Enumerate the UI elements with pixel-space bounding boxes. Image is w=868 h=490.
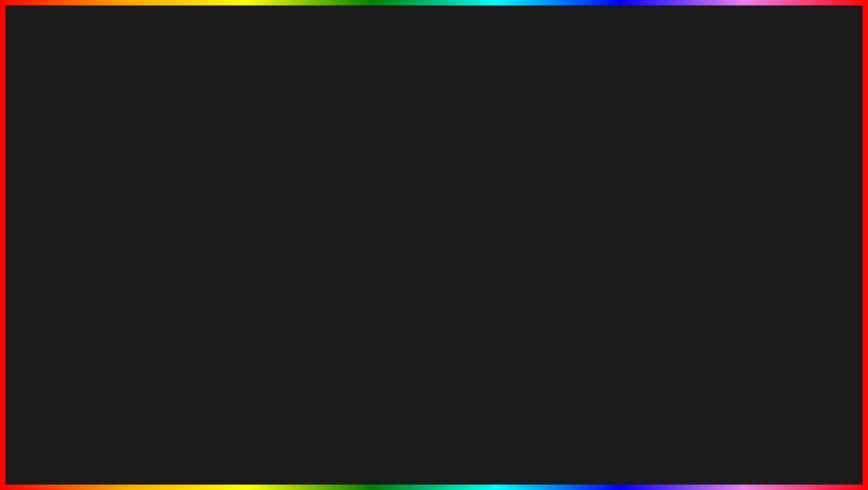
left-sidebar: Main Roles Player Abuse bbox=[44, 140, 72, 284]
knife-decoration bbox=[535, 271, 625, 361]
player-text-dot[interactable] bbox=[505, 183, 510, 189]
godmode-toggle[interactable] bbox=[160, 200, 176, 208]
godmode-item[interactable]: Godmode bbox=[133, 197, 180, 210]
left-gui-window: Kidachi V2 | discord.gg/4YSVKEem6U | Mur… bbox=[43, 120, 169, 285]
auto-grab-gun-item[interactable]: Auto Grab Gun bbox=[519, 159, 585, 170]
shoot-murderer-item[interactable]: Shoot Murderer bbox=[519, 210, 585, 221]
invisible-button[interactable]: Invisible bbox=[182, 246, 272, 261]
bottom-summer: SUMMER bbox=[126, 436, 306, 482]
misc-header: Misc ∧ bbox=[74, 142, 129, 151]
svg-point-2 bbox=[416, 227, 425, 236]
ball-farm-dot[interactable] bbox=[265, 234, 270, 239]
player-text-item[interactable]: Player Text bbox=[448, 181, 514, 192]
sheriff-header: Sheriff ∧ bbox=[519, 196, 585, 208]
right-gui-buttons: — ✕ bbox=[567, 132, 583, 138]
speed-slider[interactable] bbox=[140, 193, 173, 196]
murderer-stuff-item[interactable]: Murderer Stuff bbox=[74, 204, 129, 214]
gun-status-dot[interactable] bbox=[576, 173, 581, 178]
misc-column: Misc ∧ Functions: Firetouchinterest = ✗ … bbox=[72, 140, 131, 284]
minimize-button[interactable]: — bbox=[147, 127, 153, 134]
right-minimize-button[interactable]: — bbox=[567, 132, 573, 138]
settings-label: Settings: bbox=[133, 151, 180, 160]
farm-header: Farm ∧ bbox=[133, 142, 180, 151]
firetouchinterest-item[interactable]: Firetouchinterest = ✗ bbox=[74, 160, 129, 178]
enable-esp-dot[interactable] bbox=[505, 162, 510, 167]
sidebar-item-roles[interactable]: Roles bbox=[44, 156, 72, 168]
speed-label: Speed bbox=[137, 185, 152, 191]
title-2: 2 bbox=[800, 9, 832, 76]
mm2-title: MM2 bbox=[183, 205, 196, 212]
speed-value: 25 bbox=[170, 185, 176, 191]
esp-column: ESP ∧ Enable Esp Player Tracers Player T… bbox=[445, 142, 517, 267]
bottom-script: SCRIPT bbox=[378, 436, 526, 482]
left-gui-titlebar: Kidachi V2 | discord.gg/4YSVKEem6U | Mur… bbox=[44, 121, 168, 140]
title-murder: MURDER bbox=[22, 9, 290, 76]
mm2-close[interactable]: - bbox=[269, 205, 271, 212]
anti-afk-button[interactable]: Anti AFK bbox=[182, 263, 272, 277]
changelogs-label: Changelogs: bbox=[74, 195, 129, 204]
left-gui-buttons: — ✕ bbox=[147, 127, 163, 134]
player-boxes-dot[interactable] bbox=[505, 194, 510, 200]
player-tracers-item[interactable]: Player Tracers bbox=[448, 170, 514, 181]
beach-ball-decoration bbox=[381, 215, 449, 282]
close-button[interactable]: ✕ bbox=[157, 127, 163, 134]
event-text: EVENT bbox=[398, 297, 434, 308]
speed-slider-fill bbox=[140, 193, 153, 196]
right-sidebar-main[interactable]: Main bbox=[400, 143, 445, 157]
mm2-footer-text: YT: Tora IsMe bbox=[184, 282, 217, 289]
right-gui-title: Kidachi V2 | discord.gg/4YSVKEem6U | Mur… bbox=[405, 132, 545, 138]
player-tracers-dot[interactable] bbox=[505, 173, 510, 178]
innocent-header: Innocent ∧ bbox=[519, 144, 585, 156]
troll-stuff-item[interactable]: Troll Stuff bbox=[74, 214, 129, 225]
beach-ball-item[interactable]: Beach Ball - bbox=[179, 214, 276, 229]
bottom-upd: UPD bbox=[22, 436, 108, 482]
bottom-pastebin: PASTEBIN bbox=[562, 436, 764, 482]
ui-label: UI: mrpectable bbox=[74, 254, 129, 263]
right-sidebar-roles[interactable]: Roles bbox=[402, 159, 443, 169]
type-of-coin-label: Type of Coin: bbox=[136, 162, 178, 170]
murderer-header: Murderer ∧ bbox=[519, 225, 585, 237]
grab-gun-item[interactable]: Grab Gun bbox=[519, 181, 585, 192]
title-mystery: MYSTERY bbox=[261, 9, 555, 76]
farm-column: Farm ∧ Settings: Type of Coin: ▾ Speed 2… bbox=[131, 140, 182, 284]
functions-label: Functions: bbox=[74, 151, 129, 160]
kill-all-item[interactable]: Kill All bbox=[519, 240, 585, 251]
coin-type-select[interactable]: ▾ bbox=[136, 170, 178, 181]
right-sidebar-player-abuse[interactable]: Player Abuse bbox=[400, 171, 445, 185]
esp-header: ESP ∧ bbox=[448, 144, 514, 156]
grab-gun-dot[interactable] bbox=[576, 183, 581, 189]
mm2-footer: YT: Tora IsMe v bbox=[179, 279, 276, 291]
player-boxes-item[interactable]: Player Boxes bbox=[448, 192, 514, 202]
event-badge: EVENT bbox=[391, 278, 441, 327]
innocent-column: Innocent ∧ Auto Grab Gun Gun Status Grab… bbox=[517, 142, 588, 267]
enable-esp-item[interactable]: Enable Esp bbox=[448, 159, 514, 170]
credits-label: Credits: bbox=[74, 236, 129, 245]
sidebar-item-player-abuse[interactable]: Player Abuse bbox=[44, 168, 72, 186]
ball-farm-item[interactable]: Ball Farm bbox=[179, 229, 276, 244]
separator-2 bbox=[519, 223, 585, 223]
mm2-window: MM2 - Beach Ball - Ball Farm Invisible A… bbox=[178, 201, 277, 292]
hookmetamethod-item[interactable]: Hookmetamethod = ✗ bbox=[74, 178, 129, 195]
separator-1 bbox=[519, 193, 585, 194]
tab-main[interactable]: Main bbox=[45, 143, 70, 154]
mm2-version: v bbox=[268, 282, 270, 289]
type-of-coin-row: Type of Coin: ▾ bbox=[133, 160, 180, 183]
right-main-content: ESP ∧ Enable Esp Player Tracers Player T… bbox=[445, 142, 587, 267]
beach-ball-btn[interactable]: - bbox=[268, 218, 270, 225]
speed-slider-thumb[interactable] bbox=[168, 191, 175, 198]
player-mods-item[interactable]: Player Mods bbox=[74, 225, 129, 236]
auto-grab-gun-dot[interactable] bbox=[576, 162, 581, 167]
speed-slider-container: Speed 25 bbox=[133, 183, 180, 197]
right-close-button[interactable]: ✕ bbox=[577, 132, 583, 138]
left-gui-title: Kidachi V2 | discord.gg/4YSVKEem6U | Mur… bbox=[48, 124, 147, 137]
developer-label: Developer: .deity_ bbox=[74, 245, 129, 254]
right-gui-titlebar: Kidachi V2 | discord.gg/4YSVKEem6U | Mur… bbox=[400, 129, 587, 142]
gun-status-item[interactable]: Gun Status bbox=[519, 170, 585, 181]
mm2-titlebar: MM2 - bbox=[179, 202, 276, 214]
